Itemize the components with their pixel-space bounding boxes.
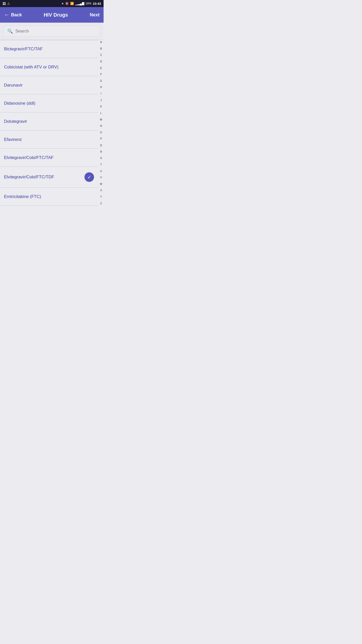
drug-list: Bictegravir/FTC/TAFCobicistat (with ATV …	[0, 40, 98, 206]
search-container: 🔍	[0, 23, 104, 40]
alpha-letter-r[interactable]: R	[100, 151, 102, 153]
alpha-letter-n[interactable]: N	[100, 125, 102, 127]
alpha-letter-m[interactable]: M	[100, 118, 102, 121]
alpha-letter-u[interactable]: U	[100, 170, 102, 173]
status-bar: 🖼 ⚠ ∗ 🔇 📶 ▁▂▄▇ 16% 10:43	[0, 0, 104, 7]
alpha-letter-w[interactable]: W	[100, 183, 102, 185]
drug-name: Elvitegravir/Cobi/FTC/TDF	[4, 175, 54, 180]
alpha-letter-e[interactable]: E	[100, 67, 102, 69]
alpha-letter-b[interactable]: B	[100, 48, 102, 50]
alpha-letter-i[interactable]: I	[101, 93, 102, 95]
alphabet-index[interactable]: ABCDEFGHIJKLMNOPQRSTUVWXYZ	[99, 40, 104, 206]
time-display: 10:43	[93, 2, 101, 6]
image-icon: 🖼	[3, 2, 6, 6]
list-item[interactable]: Elvitegravir/Cobi/FTC/TAF	[0, 149, 98, 167]
search-box[interactable]: 🔍	[4, 26, 100, 37]
alpha-letter-k[interactable]: K	[100, 105, 102, 108]
alpha-letter-c[interactable]: C	[100, 54, 102, 56]
drug-name: Bictegravir/FTC/TAF	[4, 47, 43, 52]
bluetooth-icon: ∗	[61, 2, 64, 5]
signal-icon: ▁▂▄▇	[75, 2, 84, 5]
battery-level: 16%	[85, 2, 92, 5]
drug-list-container: Bictegravir/FTC/TAFCobicistat (with ATV …	[0, 40, 104, 206]
nav-bar: ← Back HIV Drugs Next	[0, 7, 104, 23]
mute-icon: 🔇	[65, 2, 69, 5]
list-item[interactable]: Emtricitabine (FTC)	[0, 188, 98, 206]
list-item[interactable]: Bictegravir/FTC/TAF	[0, 40, 98, 58]
back-button[interactable]: ← Back	[4, 12, 22, 18]
alpha-letter-d[interactable]: D	[100, 60, 102, 63]
list-item[interactable]: Darunavir	[0, 76, 98, 94]
drug-name: Emtricitabine (FTC)	[4, 194, 41, 199]
drug-name: Dolutegravir	[4, 119, 27, 124]
alpha-letter-z[interactable]: Z	[100, 202, 102, 205]
drug-name: Didanosine (ddI)	[4, 101, 35, 106]
alpha-letter-l[interactable]: L	[100, 112, 102, 114]
alpha-letter-a[interactable]: A	[100, 41, 102, 44]
wifi-icon: 📶	[70, 2, 74, 5]
alpha-letter-t[interactable]: T	[100, 164, 102, 166]
alpha-letter-x[interactable]: X	[100, 189, 102, 192]
page-title: HIV Drugs	[44, 12, 68, 18]
drug-name: Cobicistat (with ATV or DRV)	[4, 65, 59, 70]
list-item[interactable]: Cobicistat (with ATV or DRV)	[0, 58, 98, 76]
search-input[interactable]	[15, 29, 96, 34]
status-bar-right: ∗ 🔇 📶 ▁▂▄▇ 16% 10:43	[61, 2, 101, 6]
alpha-letter-s[interactable]: S	[100, 157, 102, 159]
status-bar-left: 🖼 ⚠	[3, 2, 10, 6]
list-item[interactable]: Didanosine (ddI)	[0, 94, 98, 112]
back-arrow-icon: ←	[4, 12, 10, 18]
back-label: Back	[11, 12, 22, 18]
alpha-letter-f[interactable]: F	[100, 73, 102, 76]
alpha-letter-h[interactable]: H	[100, 86, 102, 89]
check-circle-icon: ✓	[84, 172, 94, 182]
alpha-letter-y[interactable]: Y	[100, 196, 102, 198]
warning-icon: ⚠	[7, 2, 10, 6]
alpha-letter-q[interactable]: Q	[100, 144, 102, 147]
drug-name: Elvitegravir/Cobi/FTC/TAF	[4, 155, 54, 160]
list-item[interactable]: Efavirenz	[0, 131, 98, 149]
drug-name: Darunavir	[4, 83, 23, 88]
drug-name: Efavirenz	[4, 137, 22, 142]
alpha-letter-g[interactable]: G	[100, 80, 102, 82]
list-item[interactable]: Elvitegravir/Cobi/FTC/TDF✓	[0, 167, 98, 188]
search-icon: 🔍	[7, 28, 13, 34]
list-item[interactable]: Dolutegravir	[0, 112, 98, 131]
next-button[interactable]: Next	[90, 12, 100, 18]
alpha-letter-j[interactable]: J	[101, 99, 102, 102]
alpha-letter-o[interactable]: O	[100, 131, 102, 134]
alpha-letter-p[interactable]: P	[100, 138, 102, 140]
alpha-letter-v[interactable]: V	[100, 176, 102, 179]
